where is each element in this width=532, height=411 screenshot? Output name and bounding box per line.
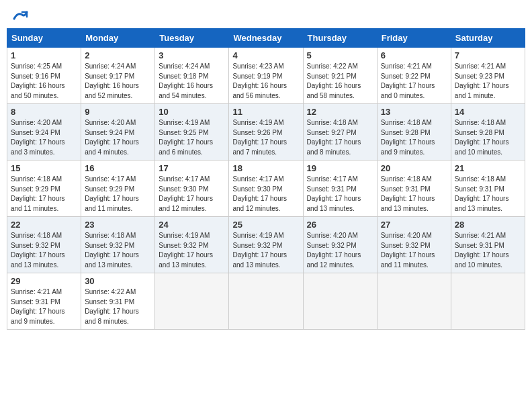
calendar-day-cell: 4 Sunrise: 4:23 AM Sunset: 9:19 PM Dayli… — [229, 48, 303, 104]
day-number: 9 — [85, 107, 151, 117]
day-number: 4 — [232, 50, 299, 60]
day-info: Sunrise: 4:22 AM Sunset: 9:21 PM Dayligh… — [307, 62, 373, 101]
day-number: 21 — [455, 163, 521, 173]
calendar-day-cell: 8 Sunrise: 4:20 AM Sunset: 9:24 PM Dayli… — [7, 104, 81, 161]
calendar-day-cell: 7 Sunrise: 4:21 AM Sunset: 9:23 PM Dayli… — [451, 48, 525, 104]
day-info: Sunrise: 4:19 AM Sunset: 9:32 PM Dayligh… — [159, 231, 225, 270]
day-info: Sunrise: 4:21 AM Sunset: 9:31 PM Dayligh… — [455, 231, 521, 270]
day-info: Sunrise: 4:20 AM Sunset: 9:32 PM Dayligh… — [381, 231, 447, 270]
day-info: Sunrise: 4:21 AM Sunset: 9:31 PM Dayligh… — [11, 287, 77, 326]
day-of-week-header: Friday — [377, 29, 451, 48]
day-number: 28 — [455, 220, 521, 230]
day-number: 19 — [307, 163, 373, 173]
day-number: 1 — [11, 50, 77, 60]
logo — [9, 7, 28, 23]
day-info: Sunrise: 4:25 AM Sunset: 9:16 PM Dayligh… — [11, 62, 77, 101]
day-number: 26 — [307, 220, 373, 230]
day-number: 25 — [232, 220, 299, 230]
day-info: Sunrise: 4:18 AM Sunset: 9:32 PM Dayligh… — [85, 231, 151, 270]
day-number: 8 — [11, 107, 77, 117]
calendar-day-cell: 6 Sunrise: 4:21 AM Sunset: 9:22 PM Dayli… — [377, 48, 451, 104]
day-info: Sunrise: 4:18 AM Sunset: 9:31 PM Dayligh… — [381, 175, 447, 214]
calendar-day-cell: 13 Sunrise: 4:18 AM Sunset: 9:28 PM Dayl… — [377, 104, 451, 161]
day-number: 15 — [11, 163, 77, 173]
day-info: Sunrise: 4:19 AM Sunset: 9:32 PM Dayligh… — [232, 231, 299, 270]
day-info: Sunrise: 4:18 AM Sunset: 9:31 PM Dayligh… — [455, 175, 521, 214]
calendar-day-cell: 19 Sunrise: 4:17 AM Sunset: 9:31 PM Dayl… — [303, 161, 377, 217]
day-info: Sunrise: 4:20 AM Sunset: 9:24 PM Dayligh… — [11, 118, 77, 157]
calendar-day-cell: 30 Sunrise: 4:22 AM Sunset: 9:31 PM Dayl… — [81, 273, 155, 330]
day-info: Sunrise: 4:18 AM Sunset: 9:28 PM Dayligh… — [381, 118, 447, 157]
calendar-day-cell — [155, 273, 229, 330]
calendar-week-row: 1 Sunrise: 4:25 AM Sunset: 9:16 PM Dayli… — [7, 48, 525, 104]
calendar-day-cell: 12 Sunrise: 4:18 AM Sunset: 9:27 PM Dayl… — [303, 104, 377, 161]
day-info: Sunrise: 4:18 AM Sunset: 9:32 PM Dayligh… — [11, 231, 77, 270]
day-info: Sunrise: 4:17 AM Sunset: 9:29 PM Dayligh… — [85, 175, 151, 214]
calendar-week-row: 29 Sunrise: 4:21 AM Sunset: 9:31 PM Dayl… — [7, 273, 525, 330]
day-info: Sunrise: 4:17 AM Sunset: 9:30 PM Dayligh… — [232, 175, 299, 214]
day-number: 17 — [159, 163, 225, 173]
day-info: Sunrise: 4:20 AM Sunset: 9:32 PM Dayligh… — [307, 231, 373, 270]
calendar-day-cell: 25 Sunrise: 4:19 AM Sunset: 9:32 PM Dayl… — [229, 217, 303, 273]
calendar-day-cell: 2 Sunrise: 4:24 AM Sunset: 9:17 PM Dayli… — [81, 48, 155, 104]
calendar-day-cell: 28 Sunrise: 4:21 AM Sunset: 9:31 PM Dayl… — [451, 217, 525, 273]
day-info: Sunrise: 4:18 AM Sunset: 9:29 PM Dayligh… — [11, 175, 77, 214]
day-info: Sunrise: 4:22 AM Sunset: 9:31 PM Dayligh… — [85, 287, 151, 326]
day-number: 23 — [85, 220, 151, 230]
calendar-day-cell: 14 Sunrise: 4:18 AM Sunset: 9:28 PM Dayl… — [451, 104, 525, 161]
calendar-week-row: 8 Sunrise: 4:20 AM Sunset: 9:24 PM Dayli… — [7, 104, 525, 161]
day-info: Sunrise: 4:18 AM Sunset: 9:27 PM Dayligh… — [307, 118, 373, 157]
calendar-day-cell: 1 Sunrise: 4:25 AM Sunset: 9:16 PM Dayli… — [7, 48, 81, 104]
header — [7, 7, 525, 23]
day-of-week-header: Saturday — [451, 29, 525, 48]
day-info: Sunrise: 4:24 AM Sunset: 9:17 PM Dayligh… — [85, 62, 151, 101]
day-info: Sunrise: 4:18 AM Sunset: 9:28 PM Dayligh… — [455, 118, 521, 157]
day-info: Sunrise: 4:21 AM Sunset: 9:22 PM Dayligh… — [381, 62, 447, 101]
day-info: Sunrise: 4:20 AM Sunset: 9:24 PM Dayligh… — [85, 118, 151, 157]
day-number: 18 — [232, 163, 299, 173]
calendar-day-cell: 27 Sunrise: 4:20 AM Sunset: 9:32 PM Dayl… — [377, 217, 451, 273]
calendar-week-row: 22 Sunrise: 4:18 AM Sunset: 9:32 PM Dayl… — [7, 217, 525, 273]
calendar-day-cell: 26 Sunrise: 4:20 AM Sunset: 9:32 PM Dayl… — [303, 217, 377, 273]
calendar-day-cell: 17 Sunrise: 4:17 AM Sunset: 9:30 PM Dayl… — [155, 161, 229, 217]
day-of-week-header: Sunday — [7, 29, 81, 48]
calendar-day-cell: 22 Sunrise: 4:18 AM Sunset: 9:32 PM Dayl… — [7, 217, 81, 273]
calendar-day-cell: 29 Sunrise: 4:21 AM Sunset: 9:31 PM Dayl… — [7, 273, 81, 330]
day-number: 22 — [11, 220, 77, 230]
day-number: 16 — [85, 163, 151, 173]
calendar-day-cell: 15 Sunrise: 4:18 AM Sunset: 9:29 PM Dayl… — [7, 161, 81, 217]
day-number: 10 — [159, 107, 225, 117]
day-number: 24 — [159, 220, 225, 230]
day-number: 5 — [307, 50, 373, 60]
calendar-day-cell: 9 Sunrise: 4:20 AM Sunset: 9:24 PM Dayli… — [81, 104, 155, 161]
calendar-day-cell: 20 Sunrise: 4:18 AM Sunset: 9:31 PM Dayl… — [377, 161, 451, 217]
day-info: Sunrise: 4:19 AM Sunset: 9:26 PM Dayligh… — [232, 118, 299, 157]
day-number: 29 — [11, 276, 77, 286]
day-number: 20 — [381, 163, 447, 173]
calendar-day-cell: 10 Sunrise: 4:19 AM Sunset: 9:25 PM Dayl… — [155, 104, 229, 161]
logo-icon — [12, 7, 28, 23]
day-info: Sunrise: 4:19 AM Sunset: 9:25 PM Dayligh… — [159, 118, 225, 157]
day-info: Sunrise: 4:17 AM Sunset: 9:31 PM Dayligh… — [307, 175, 373, 214]
calendar-day-cell: 5 Sunrise: 4:22 AM Sunset: 9:21 PM Dayli… — [303, 48, 377, 104]
calendar-day-cell — [451, 273, 525, 330]
calendar-day-cell — [303, 273, 377, 330]
day-number: 13 — [381, 107, 447, 117]
day-number: 27 — [381, 220, 447, 230]
day-info: Sunrise: 4:23 AM Sunset: 9:19 PM Dayligh… — [232, 62, 299, 101]
calendar-day-cell: 21 Sunrise: 4:18 AM Sunset: 9:31 PM Dayl… — [451, 161, 525, 217]
day-of-week-header: Monday — [81, 29, 155, 48]
day-number: 3 — [159, 50, 225, 60]
calendar-day-cell: 16 Sunrise: 4:17 AM Sunset: 9:29 PM Dayl… — [81, 161, 155, 217]
calendar-day-cell: 3 Sunrise: 4:24 AM Sunset: 9:18 PM Dayli… — [155, 48, 229, 104]
day-of-week-header: Tuesday — [155, 29, 229, 48]
day-number: 11 — [232, 107, 299, 117]
calendar-day-cell — [229, 273, 303, 330]
day-of-week-header: Wednesday — [229, 29, 303, 48]
day-info: Sunrise: 4:17 AM Sunset: 9:30 PM Dayligh… — [159, 175, 225, 214]
calendar-week-row: 15 Sunrise: 4:18 AM Sunset: 9:29 PM Dayl… — [7, 161, 525, 217]
calendar-day-cell: 11 Sunrise: 4:19 AM Sunset: 9:26 PM Dayl… — [229, 104, 303, 161]
day-number: 12 — [307, 107, 373, 117]
calendar-day-cell: 23 Sunrise: 4:18 AM Sunset: 9:32 PM Dayl… — [81, 217, 155, 273]
day-number: 6 — [381, 50, 447, 60]
